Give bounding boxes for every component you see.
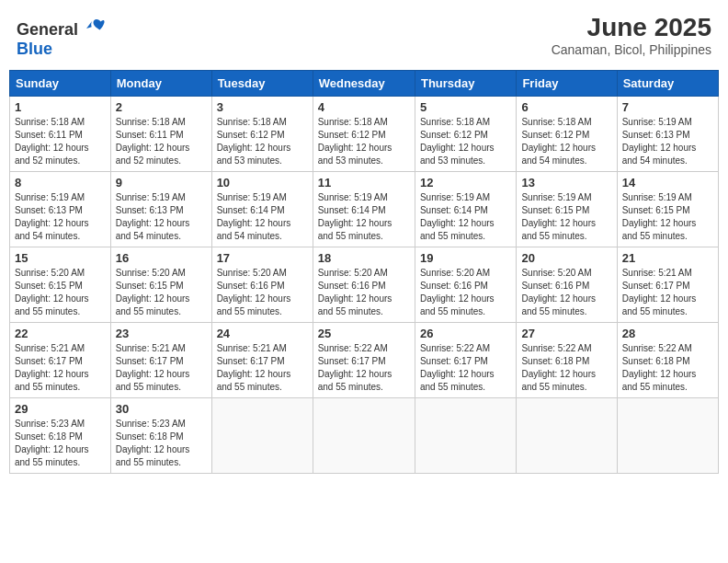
calendar-cell: 3Sunrise: 5:18 AMSunset: 6:12 PMDaylight…: [211, 97, 313, 172]
calendar-body: 1Sunrise: 5:18 AMSunset: 6:11 PMDaylight…: [10, 97, 719, 474]
day-info: Sunrise: 5:19 AMSunset: 6:14 PMDaylight:…: [420, 191, 511, 243]
day-number: 30: [116, 402, 207, 416]
day-info: Sunrise: 5:18 AMSunset: 6:12 PMDaylight:…: [217, 116, 308, 167]
calendar-cell: 2Sunrise: 5:18 AMSunset: 6:11 PMDaylight…: [110, 97, 211, 172]
day-info: Sunrise: 5:20 AMSunset: 6:15 PMDaylight:…: [116, 267, 207, 318]
day-number: 6: [521, 100, 611, 114]
day-info: Sunrise: 5:20 AMSunset: 6:16 PMDaylight:…: [420, 267, 511, 318]
day-info: Sunrise: 5:20 AMSunset: 6:16 PMDaylight:…: [217, 267, 308, 318]
day-number: 14: [622, 176, 713, 190]
logo-blue: Blue: [17, 40, 52, 58]
calendar-header: SundayMondayTuesdayWednesdayThursdayFrid…: [10, 71, 719, 97]
calendar-cell: 23Sunrise: 5:21 AMSunset: 6:17 PMDayligh…: [110, 323, 211, 398]
day-info: Sunrise: 5:19 AMSunset: 6:13 PMDaylight:…: [116, 191, 207, 243]
logo: General Blue: [17, 13, 107, 59]
calendar-cell: 26Sunrise: 5:22 AMSunset: 6:17 PMDayligh…: [415, 323, 516, 398]
calendar-cell: 10Sunrise: 5:19 AMSunset: 6:14 PMDayligh…: [211, 172, 313, 247]
day-info: Sunrise: 5:18 AMSunset: 6:11 PMDaylight:…: [15, 116, 106, 167]
day-info: Sunrise: 5:21 AMSunset: 6:17 PMDaylight:…: [217, 342, 308, 394]
day-number: 18: [318, 251, 410, 265]
day-number: 7: [622, 100, 713, 114]
day-number: 12: [420, 176, 511, 190]
month-title: June 2025: [552, 13, 711, 42]
calendar-cell: 27Sunrise: 5:22 AMSunset: 6:18 PMDayligh…: [517, 323, 617, 398]
calendar-cell: 8Sunrise: 5:19 AMSunset: 6:13 PMDaylight…: [10, 172, 111, 247]
week-row-3: 15Sunrise: 5:20 AMSunset: 6:15 PMDayligh…: [10, 247, 719, 323]
calendar-cell: [313, 398, 415, 474]
week-row-4: 22Sunrise: 5:21 AMSunset: 6:17 PMDayligh…: [10, 323, 719, 398]
calendar-cell: 1Sunrise: 5:18 AMSunset: 6:11 PMDaylight…: [10, 97, 111, 172]
weekday-monday: Monday: [110, 71, 211, 97]
week-row-5: 29Sunrise: 5:23 AMSunset: 6:18 PMDayligh…: [10, 398, 719, 474]
calendar-cell: 5Sunrise: 5:18 AMSunset: 6:12 PMDaylight…: [415, 97, 516, 172]
day-number: 16: [116, 251, 207, 265]
day-info: Sunrise: 5:18 AMSunset: 6:11 PMDaylight:…: [116, 116, 207, 167]
calendar-cell: 20Sunrise: 5:20 AMSunset: 6:16 PMDayligh…: [517, 247, 617, 323]
logo-general: General: [17, 20, 78, 39]
day-info: Sunrise: 5:19 AMSunset: 6:14 PMDaylight:…: [217, 191, 308, 243]
day-number: 10: [217, 176, 308, 190]
weekday-tuesday: Tuesday: [211, 71, 313, 97]
day-number: 27: [521, 327, 611, 340]
calendar-table: SundayMondayTuesdayWednesdayThursdayFrid…: [9, 70, 719, 474]
calendar-cell: 18Sunrise: 5:20 AMSunset: 6:16 PMDayligh…: [313, 247, 415, 323]
day-number: 9: [116, 176, 207, 190]
day-number: 28: [622, 327, 713, 340]
day-info: Sunrise: 5:19 AMSunset: 6:13 PMDaylight:…: [15, 191, 106, 243]
day-number: 26: [420, 327, 511, 340]
day-number: 25: [318, 327, 410, 340]
calendar-cell: 15Sunrise: 5:20 AMSunset: 6:15 PMDayligh…: [10, 247, 111, 323]
day-info: Sunrise: 5:21 AMSunset: 6:17 PMDaylight:…: [116, 342, 207, 394]
calendar-cell: 12Sunrise: 5:19 AMSunset: 6:14 PMDayligh…: [415, 172, 516, 247]
day-info: Sunrise: 5:22 AMSunset: 6:18 PMDaylight:…: [521, 342, 611, 394]
weekday-saturday: Saturday: [617, 71, 718, 97]
day-number: 4: [318, 100, 410, 114]
weekday-header-row: SundayMondayTuesdayWednesdayThursdayFrid…: [10, 71, 719, 97]
day-number: 13: [521, 176, 611, 190]
day-info: Sunrise: 5:22 AMSunset: 6:17 PMDaylight:…: [318, 342, 410, 394]
calendar-cell: 25Sunrise: 5:22 AMSunset: 6:17 PMDayligh…: [313, 323, 415, 398]
calendar-cell: 30Sunrise: 5:23 AMSunset: 6:18 PMDayligh…: [110, 398, 211, 474]
day-info: Sunrise: 5:19 AMSunset: 6:13 PMDaylight:…: [622, 116, 713, 167]
day-info: Sunrise: 5:23 AMSunset: 6:18 PMDaylight:…: [15, 418, 106, 469]
day-number: 3: [217, 100, 308, 114]
day-number: 17: [217, 251, 308, 265]
day-number: 24: [217, 327, 308, 340]
logo-text: General Blue: [17, 13, 107, 59]
week-row-2: 8Sunrise: 5:19 AMSunset: 6:13 PMDaylight…: [10, 172, 719, 247]
calendar-cell: 19Sunrise: 5:20 AMSunset: 6:16 PMDayligh…: [415, 247, 516, 323]
calendar-cell: 17Sunrise: 5:20 AMSunset: 6:16 PMDayligh…: [211, 247, 313, 323]
day-number: 23: [116, 327, 207, 340]
day-info: Sunrise: 5:19 AMSunset: 6:14 PMDaylight:…: [318, 191, 410, 243]
calendar-cell: 24Sunrise: 5:21 AMSunset: 6:17 PMDayligh…: [211, 323, 313, 398]
day-info: Sunrise: 5:21 AMSunset: 6:17 PMDaylight:…: [622, 267, 713, 318]
calendar-cell: 11Sunrise: 5:19 AMSunset: 6:14 PMDayligh…: [313, 172, 415, 247]
logo-bird-icon: [85, 13, 107, 35]
day-number: 1: [15, 100, 106, 114]
calendar-cell: [415, 398, 516, 474]
day-number: 22: [15, 327, 106, 340]
day-number: 15: [15, 251, 106, 265]
day-number: 2: [116, 100, 207, 114]
calendar-cell: 21Sunrise: 5:21 AMSunset: 6:17 PMDayligh…: [617, 247, 718, 323]
day-info: Sunrise: 5:22 AMSunset: 6:18 PMDaylight:…: [622, 342, 713, 394]
day-info: Sunrise: 5:21 AMSunset: 6:17 PMDaylight:…: [15, 342, 106, 394]
day-number: 21: [622, 251, 713, 265]
calendar-cell: 29Sunrise: 5:23 AMSunset: 6:18 PMDayligh…: [10, 398, 111, 474]
day-info: Sunrise: 5:23 AMSunset: 6:18 PMDaylight:…: [116, 418, 207, 469]
day-info: Sunrise: 5:20 AMSunset: 6:16 PMDaylight:…: [521, 267, 611, 318]
day-info: Sunrise: 5:20 AMSunset: 6:15 PMDaylight:…: [15, 267, 106, 318]
day-info: Sunrise: 5:19 AMSunset: 6:15 PMDaylight:…: [622, 191, 713, 243]
calendar-cell: 28Sunrise: 5:22 AMSunset: 6:18 PMDayligh…: [617, 323, 718, 398]
day-info: Sunrise: 5:20 AMSunset: 6:16 PMDaylight:…: [318, 267, 410, 318]
day-info: Sunrise: 5:22 AMSunset: 6:17 PMDaylight:…: [420, 342, 511, 394]
week-row-1: 1Sunrise: 5:18 AMSunset: 6:11 PMDaylight…: [10, 97, 719, 172]
day-info: Sunrise: 5:18 AMSunset: 6:12 PMDaylight:…: [318, 116, 410, 167]
location-title: Canaman, Bicol, Philippines: [552, 42, 711, 57]
weekday-thursday: Thursday: [415, 71, 516, 97]
day-number: 19: [420, 251, 511, 265]
calendar-cell: 16Sunrise: 5:20 AMSunset: 6:15 PMDayligh…: [110, 247, 211, 323]
day-number: 5: [420, 100, 511, 114]
calendar-cell: 14Sunrise: 5:19 AMSunset: 6:15 PMDayligh…: [617, 172, 718, 247]
calendar-cell: 6Sunrise: 5:18 AMSunset: 6:12 PMDaylight…: [517, 97, 617, 172]
